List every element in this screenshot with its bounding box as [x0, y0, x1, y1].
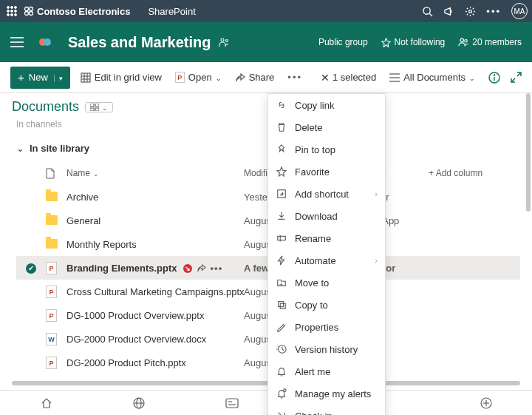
svg-rect-25	[81, 73, 90, 82]
row-more-icon[interactable]: •••	[211, 263, 223, 274]
menu-item-label: Copy to	[295, 300, 328, 311]
svg-point-9	[25, 7, 29, 11]
menu-item-rename[interactable]: Rename	[268, 227, 385, 249]
menu-item-shortcut[interactable]: Add shortcut›	[268, 183, 385, 205]
news-icon[interactable]	[225, 398, 239, 408]
word-icon: W	[46, 333, 57, 345]
edit-grid-button[interactable]: Edit in grid view	[78, 69, 165, 86]
menu-item-history[interactable]: Version history	[268, 338, 385, 360]
svg-point-24	[465, 40, 468, 43]
chevron-down-icon[interactable]: ▾	[54, 75, 63, 82]
moveto-icon	[276, 277, 287, 288]
powerpoint-icon: P	[175, 72, 185, 83]
chevron-right-icon: ›	[375, 189, 378, 198]
chevron-down-icon: ⌄	[216, 75, 222, 82]
menu-item-copyto[interactable]: Copy to	[268, 294, 385, 316]
view-chip[interactable]: ⌄	[85, 102, 113, 112]
suite-bar: Contoso Electronics SharePoint ••• MA	[0, 0, 532, 22]
tenant-name[interactable]: Contoso Electronics	[24, 6, 130, 17]
history-icon	[276, 344, 287, 354]
menu-item-automate[interactable]: Automate›	[268, 249, 385, 271]
file-name[interactable]: Monthly Reports	[66, 239, 244, 250]
svg-point-3	[7, 10, 10, 13]
menu-item-pin[interactable]: Pin to top	[268, 138, 385, 161]
file-name[interactable]: Branding Elements.pptx↘•••	[66, 263, 244, 274]
share-button[interactable]: Share	[232, 69, 278, 86]
file-name[interactable]: DG-2000 Product Pitch.pptx	[66, 357, 244, 368]
svg-point-22	[226, 40, 228, 42]
file-name[interactable]: DG-2000 Product Overview.docx	[66, 334, 244, 345]
megaphone-icon[interactable]	[443, 6, 454, 17]
share-row-icon[interactable]	[197, 263, 206, 273]
file-icon-header[interactable]	[46, 168, 66, 179]
chevron-down-icon: ⌄	[102, 104, 108, 112]
svg-point-4	[11, 10, 13, 13]
menu-item-trash[interactable]: Delete	[268, 116, 385, 138]
alerts-icon	[276, 388, 287, 399]
menu-item-label: Version history	[295, 344, 358, 355]
shortcut-icon	[276, 189, 287, 199]
clear-selection-icon[interactable]: ✕	[321, 72, 330, 84]
menu-item-download[interactable]: Download	[268, 205, 385, 227]
add-column-button[interactable]: + Add column	[429, 168, 520, 178]
user-avatar[interactable]: MA	[511, 3, 528, 19]
menu-item-props[interactable]: Properties	[268, 316, 385, 338]
open-label: Open	[188, 72, 212, 83]
svg-point-13	[423, 7, 430, 13]
group-label: In channels	[16, 119, 61, 129]
vertical-scrollbar[interactable]	[526, 93, 531, 212]
site-header: Sales and Marketing Public group Not fol…	[0, 22, 532, 62]
product-name[interactable]: SharePoint	[148, 6, 195, 17]
column-name[interactable]: Name⌄	[66, 168, 244, 178]
nav-toggle-icon[interactable]	[10, 37, 24, 47]
site-name[interactable]: Sales and Marketing	[68, 34, 211, 51]
svg-point-20	[44, 38, 51, 46]
menu-item-label: Copy link	[295, 100, 334, 111]
props-icon	[276, 322, 287, 332]
menu-item-link[interactable]: Copy link	[268, 94, 385, 116]
menu-item-label: Add shortcut	[295, 189, 349, 200]
svg-point-11	[25, 12, 29, 16]
powerpoint-icon: P	[46, 357, 57, 369]
file-name[interactable]: General	[66, 215, 244, 226]
selection-count[interactable]: ✕ 1 selected	[321, 72, 376, 84]
svg-point-23	[460, 38, 463, 41]
members-button[interactable]: 20 members	[458, 37, 522, 47]
link-icon	[276, 100, 287, 110]
more-icon[interactable]: •••	[486, 6, 501, 17]
open-button[interactable]: P Open ⌄	[172, 69, 225, 86]
home-icon[interactable]	[41, 397, 52, 409]
selected-check-icon[interactable]: ✓	[26, 263, 36, 274]
add-icon[interactable]	[480, 397, 492, 409]
settings-icon[interactable]	[465, 6, 476, 17]
svg-point-21	[221, 38, 224, 41]
download-icon	[276, 211, 287, 221]
menu-item-moveto[interactable]: Move to	[268, 271, 385, 294]
folder-icon	[46, 215, 58, 225]
globe-icon[interactable]	[133, 397, 145, 409]
automate-icon	[276, 255, 287, 266]
horizontal-scrollbar[interactable]	[12, 381, 520, 385]
file-name[interactable]: Cross Cultural Marketing Campaigns.pptx	[66, 286, 244, 297]
menu-item-label: Download	[295, 211, 338, 222]
folder-icon	[46, 192, 58, 201]
svg-rect-36	[90, 104, 94, 107]
view-selector[interactable]: All Documents ⌄	[386, 69, 478, 86]
menu-item-checkin[interactable]: Check in	[268, 405, 385, 415]
expand-icon[interactable]	[511, 72, 522, 83]
search-icon[interactable]	[422, 6, 433, 17]
new-label: New	[29, 72, 48, 83]
follow-button[interactable]: Not following	[381, 37, 446, 47]
menu-item-alerts[interactable]: Manage my alerts	[268, 382, 385, 405]
menu-item-star[interactable]: Favorite	[268, 161, 385, 183]
site-logo[interactable]	[33, 30, 58, 55]
file-name[interactable]: Archive	[66, 192, 244, 203]
new-button[interactable]: + New ▾	[10, 67, 70, 89]
app-launcher-icon[interactable]	[4, 4, 19, 18]
menu-item-alert[interactable]: Alert me	[268, 360, 385, 382]
teams-icon[interactable]	[218, 36, 230, 48]
svg-point-5	[15, 10, 17, 13]
file-name[interactable]: DG-1000 Product Overview.pptx	[66, 310, 244, 321]
overflow-button[interactable]: •••	[284, 69, 305, 86]
info-icon[interactable]	[488, 72, 500, 84]
